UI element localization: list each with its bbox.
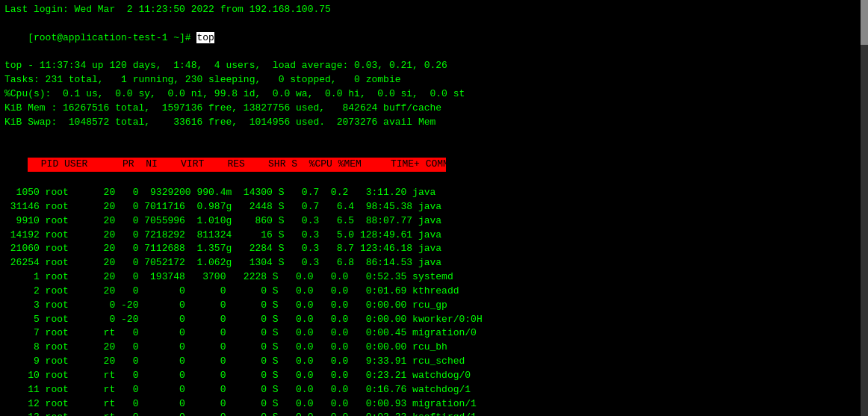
scrollbar[interactable] xyxy=(861,0,868,416)
login-line: Last login: Wed Mar 2 11:23:50 2022 from… xyxy=(4,3,864,17)
prompt-line: [root@application-test-1 ~]# top xyxy=(4,17,864,60)
scrollbar-thumb[interactable] xyxy=(861,0,868,45)
table-row: 13 root rt 0 0 0 0 S 0.0 0.0 0:03.33 kso… xyxy=(4,411,864,416)
table-row: 10 root rt 0 0 0 0 S 0.0 0.0 0:23.21 wat… xyxy=(4,369,864,383)
table-row: 26254 root 20 0 7052172 1.062g 1304 S 0.… xyxy=(4,256,864,270)
table-header-text: PID USER PR NI VIRT RES SHR S %CPU %MEM … xyxy=(28,158,446,172)
empty-line xyxy=(4,130,864,144)
table-row: 3 root 0 -20 0 0 0 S 0.0 0.0 0:00.00 rcu… xyxy=(4,299,864,313)
tasks-line: Tasks: 231 total, 1 running, 230 sleepin… xyxy=(4,73,864,87)
mem-line: KiB Mem : 16267516 total, 1597136 free, … xyxy=(4,102,864,116)
process-rows: 1050 root 20 0 9329200 990.4m 14300 S 0.… xyxy=(4,186,864,416)
prompt-text: [root@application-test-1 ~]# xyxy=(28,32,196,43)
table-header: PID USER PR NI VIRT RES SHR S %CPU %MEM … xyxy=(4,143,864,186)
table-row: 9 root 20 0 0 0 0 S 0.0 0.0 9:33.91 rcu_… xyxy=(4,355,864,369)
table-row: 7 root rt 0 0 0 0 S 0.0 0.0 0:00.45 migr… xyxy=(4,326,864,341)
table-row: 11 root rt 0 0 0 0 S 0.0 0.0 0:16.76 wat… xyxy=(4,383,864,397)
top-command: top xyxy=(196,32,214,43)
swap-line: KiB Swap: 1048572 total, 33616 free, 101… xyxy=(4,116,864,130)
table-row: 8 root 20 0 0 0 0 S 0.0 0.0 0:00.00 rcu_… xyxy=(4,341,864,355)
table-row: 31146 root 20 0 7011716 0.987g 2448 S 0.… xyxy=(4,200,864,214)
table-row: 5 root 0 -20 0 0 0 S 0.0 0.0 0:00.00 kwo… xyxy=(4,313,864,327)
cpu-line: %Cpu(s): 0.1 us, 0.0 sy, 0.0 ni, 99.8 id… xyxy=(4,87,864,102)
table-row: 1050 root 20 0 9329200 990.4m 14300 S 0.… xyxy=(4,186,864,200)
table-row: 2 root 20 0 0 0 0 S 0.0 0.0 0:01.69 kthr… xyxy=(4,285,864,299)
terminal: Last login: Wed Mar 2 11:23:50 2022 from… xyxy=(0,0,868,416)
table-row: 12 root rt 0 0 0 0 S 0.0 0.0 0:00.93 mig… xyxy=(4,397,864,412)
table-row: 14192 root 20 0 7218292 811324 16 S 0.3 … xyxy=(4,229,864,243)
uptime-line: top - 11:37:34 up 120 days, 1:48, 4 user… xyxy=(4,59,864,73)
table-row: 21060 root 20 0 7112688 1.357g 2284 S 0.… xyxy=(4,242,864,256)
table-row: 1 root 20 0 193748 3700 2228 S 0.0 0.0 0… xyxy=(4,270,864,285)
table-row: 9910 root 20 0 7055996 1.010g 860 S 0.3 … xyxy=(4,214,864,229)
